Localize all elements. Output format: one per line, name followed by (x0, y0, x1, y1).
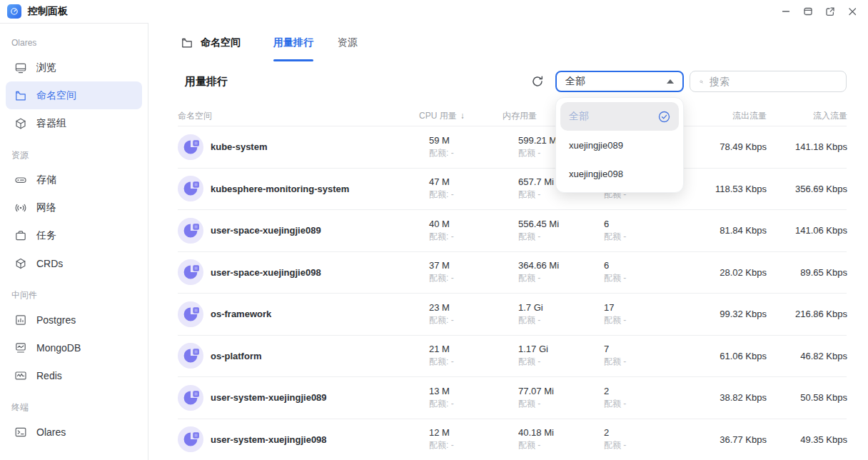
table-row[interactable]: user-space-xuejingjie098 37 M 配额: - 364.… (178, 252, 847, 294)
table-row[interactable]: user-space-xuejingjie089 40 M 配额: - 556.… (178, 210, 847, 252)
sidebar-section-label: 终端 (0, 396, 148, 418)
table-row[interactable]: os-framework 23 M 配额: - 1.7 Gi 配额 - 17 配… (178, 294, 847, 336)
in-traffic-cell: 50.58 Kbps (767, 392, 847, 403)
cpu-usage-cell: 47 M 配额: - (429, 176, 518, 201)
memory-quota-label: 配额 - (518, 231, 604, 243)
postgres-icon (14, 314, 27, 326)
pod-quota-label: 配额 - (604, 231, 690, 243)
page-title: 命名空间 (201, 36, 241, 49)
search-input[interactable] (710, 76, 839, 87)
sidebar-item-label: CRDs (36, 258, 63, 269)
sidebar-item[interactable]: 命名空间 (6, 81, 142, 109)
sidebar-item[interactable]: Postgres (6, 306, 142, 334)
open-in-new-window-button[interactable] (824, 6, 836, 17)
cpu-usage-cell: 12 M 配额: - (429, 427, 518, 451)
namespace-filter-select[interactable]: 全部 (555, 71, 684, 92)
memory-usage-cell: 364.66 Mi 配额 - (518, 260, 604, 284)
sidebar-item[interactable]: 网络 (6, 194, 142, 221)
col-header-out-traffic[interactable]: 流出流量 (690, 110, 767, 122)
sidebar-item[interactable]: 存储 (6, 166, 142, 194)
namespace-name: kube-system (211, 141, 267, 152)
memory-quota-label: 配额 - (518, 439, 604, 451)
table-row[interactable]: kubesphere-monitoring-system 47 M 配额: - … (178, 169, 847, 211)
sidebar-item[interactable]: 容器组 (6, 109, 142, 137)
cpu-usage-cell: 59 M 配额: - (429, 135, 518, 159)
briefcase-icon (14, 229, 27, 242)
out-traffic-cell: 61.06 Kbps (690, 351, 767, 361)
sidebar-section-label: 中间件 (0, 284, 148, 306)
sidebar-item[interactable]: Redis (6, 361, 142, 389)
pod-count-cell: 17 配额 - (604, 302, 690, 326)
memory-quota-label: 配额 - (518, 398, 604, 410)
sidebar-item[interactable]: Olares (6, 418, 142, 446)
namespace-name: user-system-xuejingjie089 (211, 392, 327, 403)
memory-usage-cell: 40.18 Mi 配额 - (518, 427, 604, 451)
out-traffic-cell: 81.84 Kbps (690, 225, 767, 236)
cpu-quota-label: 配额: - (429, 398, 518, 410)
folder-icon (14, 89, 27, 102)
memory-quota-label: 配额 - (518, 314, 604, 326)
pod-count-cell: 2 配额 - (604, 427, 690, 451)
cpu-quota-label: 配额: - (429, 314, 518, 326)
cube-icon (14, 117, 27, 130)
filter-dropdown-menu: 全部 xuejingjie089 xuejingjie098 (555, 97, 684, 193)
namespace-name: os-framework (211, 309, 271, 319)
in-traffic-cell: 46.82 Kbps (767, 351, 847, 361)
col-header-namespace[interactable]: 命名空间 (178, 110, 429, 122)
namespace-name: user-system-xuejingjie098 (211, 434, 327, 445)
out-traffic-cell: 38.82 Kbps (690, 392, 767, 403)
memory-quota-label: 配额 - (518, 356, 604, 368)
cpu-usage-cell: 40 M 配额: - (429, 219, 518, 243)
namespace-pie-icon (178, 426, 203, 452)
maximize-button[interactable] (802, 6, 814, 17)
in-traffic-cell: 89.65 Kbps (767, 267, 847, 278)
namespace-pie-icon (178, 385, 203, 411)
tab[interactable]: 用量排行 (273, 23, 313, 63)
table-row[interactable]: user-system-xuejingjie098 12 M 配额: - 40.… (178, 419, 847, 460)
dropdown-option[interactable]: xuejingjie089 (560, 131, 679, 159)
cpu-usage-cell: 21 M 配额: - (429, 344, 518, 368)
sidebar-item[interactable]: CRDs (6, 249, 142, 277)
storage-icon (14, 174, 27, 186)
refresh-icon[interactable] (531, 75, 544, 88)
namespace-pie-icon (178, 176, 203, 201)
table-row[interactable]: os-platform 21 M 配额: - 1.17 Gi 配额 - 7 配额… (178, 336, 847, 378)
close-button[interactable] (847, 6, 858, 17)
namespace-pie-icon (178, 301, 203, 327)
tab-bar: 用量排行 资源 (273, 23, 358, 63)
terminal-icon (14, 426, 27, 439)
cpu-quota-label: 配额: - (429, 356, 518, 368)
pod-count-cell: 7 配额 - (604, 344, 690, 368)
memory-usage-cell: 556.45 Mi 配额 - (518, 219, 604, 243)
out-traffic-cell: 99.32 Kbps (690, 309, 767, 319)
memory-quota-label: 配额 - (518, 272, 604, 284)
namespace-pie-icon (178, 343, 203, 369)
memory-usage-cell: 1.7 Gi 配额 - (518, 302, 604, 326)
out-traffic-cell: 28.02 Kbps (690, 267, 767, 278)
section-heading: 用量排行 (185, 75, 228, 89)
namespace-name: user-space-xuejingjie098 (211, 267, 321, 278)
sidebar-item[interactable]: MongoDB (6, 334, 142, 361)
table-row[interactable]: kube-system 59 M 配额: - 599.21 Mi 配额 - 配额… (178, 126, 847, 169)
minimize-button[interactable] (780, 6, 792, 17)
cpu-quota-label: 配额: - (429, 147, 518, 159)
sidebar-item[interactable]: 任务 (6, 221, 142, 249)
main-panel: 命名空间 用量排行 资源 用量排行 全部 (149, 23, 868, 460)
out-traffic-cell: 36.77 Kbps (690, 434, 767, 445)
in-traffic-cell: 49.35 Kbps (767, 434, 847, 445)
namespace-pie-icon (178, 134, 203, 160)
sidebar-item-label: 网络 (36, 201, 56, 214)
col-header-cpu[interactable]: CPU 用量 ↓ (419, 110, 508, 122)
monitor-icon (14, 61, 27, 74)
col-header-in-traffic[interactable]: 流入流量 (767, 110, 847, 122)
tab[interactable]: 资源 (338, 23, 358, 63)
dropdown-option[interactable]: xuejingjie098 (560, 159, 679, 188)
in-traffic-cell: 356.69 Kbps (767, 184, 847, 194)
namespace-name: user-space-xuejingjie089 (211, 225, 321, 236)
namespace-folder-icon (181, 36, 193, 49)
table-row[interactable]: user-system-xuejingjie089 13 M 配额: - 77.… (178, 377, 847, 419)
sidebar-item[interactable]: 浏览 (6, 54, 142, 81)
memory-usage-cell: 77.07 Mi 配额 - (518, 386, 604, 410)
pod-quota-label: 配额 - (604, 398, 690, 410)
dropdown-option[interactable]: 全部 (560, 102, 679, 131)
